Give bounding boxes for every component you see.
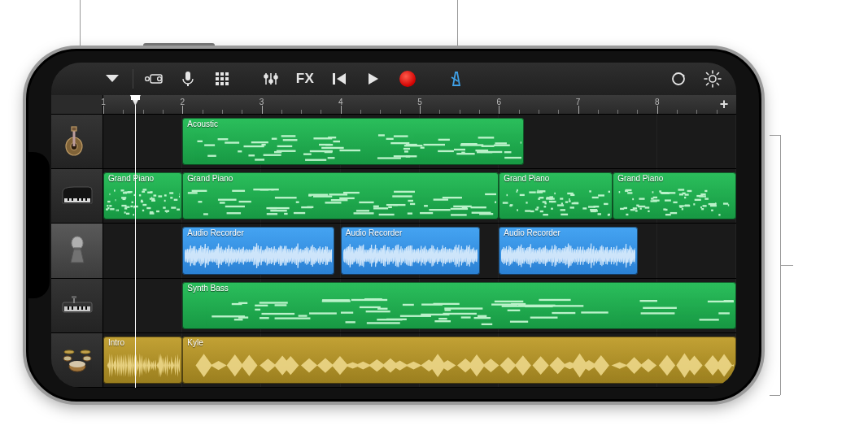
- svg-rect-127: [164, 194, 167, 196]
- svg-rect-52: [72, 296, 76, 298]
- svg-rect-417: [530, 316, 558, 318]
- svg-rect-346: [619, 191, 621, 193]
- svg-rect-67: [424, 144, 446, 146]
- svg-rect-347: [684, 197, 686, 198]
- svg-rect-168: [106, 209, 108, 211]
- loop-button[interactable]: [663, 67, 694, 91]
- rewind-button[interactable]: [324, 67, 355, 91]
- svg-rect-261: [608, 191, 610, 193]
- svg-rect-266: [503, 202, 508, 204]
- svg-rect-221: [188, 192, 198, 193]
- svg-rect-128: [147, 192, 152, 193]
- svg-rect-6: [220, 72, 224, 76]
- svg-rect-289: [592, 211, 598, 212]
- region-grand-piano-2[interactable]: Grand Piano: [499, 172, 613, 219]
- track-header-synth-bass[interactable]: [51, 279, 103, 333]
- svg-rect-70: [494, 145, 510, 146]
- svg-rect-141: [153, 195, 156, 197]
- svg-rect-329: [705, 198, 709, 200]
- svg-point-17: [269, 80, 273, 83]
- track-header-audio-recorder[interactable]: [51, 224, 103, 278]
- region-grand-piano-3[interactable]: Grand Piano: [613, 172, 736, 219]
- svg-rect-409: [322, 299, 350, 301]
- grid-button[interactable]: [207, 67, 238, 91]
- svg-rect-86: [328, 157, 335, 159]
- svg-rect-206: [267, 213, 277, 215]
- track-lane-audio-recorder[interactable]: Audio RecorderAudio RecorderAudio Record…: [103, 224, 736, 278]
- svg-point-0: [146, 77, 150, 81]
- region-drums-1[interactable]: Kyle: [182, 337, 736, 384]
- track-header-drums[interactable]: [51, 333, 103, 388]
- timeline[interactable]: + 12345678 AcousticGrand PianoGrand Pian…: [103, 95, 736, 388]
- toolbar-divider: [133, 69, 133, 89]
- svg-rect-105: [207, 155, 216, 157]
- svg-rect-401: [539, 298, 571, 300]
- svg-rect-82: [262, 144, 266, 146]
- region-audio-recorder-1[interactable]: Audio Recorder: [341, 227, 480, 274]
- add-section-button[interactable]: +: [717, 97, 731, 111]
- svg-rect-11: [216, 82, 219, 85]
- browser-button[interactable]: [138, 67, 169, 91]
- svg-rect-314: [645, 206, 650, 208]
- settings-button[interactable]: [697, 67, 728, 91]
- svg-rect-371: [435, 320, 451, 322]
- svg-rect-93: [394, 135, 408, 137]
- svg-rect-200: [479, 213, 493, 215]
- drums-icon: [61, 347, 94, 373]
- region-audio-recorder-0[interactable]: Audio Recorder: [182, 227, 334, 274]
- svg-rect-104: [438, 139, 450, 141]
- svg-rect-87: [198, 141, 203, 142]
- ruler[interactable]: + 12345678: [103, 95, 736, 115]
- record-button[interactable]: [392, 67, 423, 91]
- region-audio-recorder-2[interactable]: Audio Recorder: [499, 227, 638, 274]
- svg-rect-199: [220, 202, 225, 203]
- region-label: Grand Piano: [187, 174, 233, 183]
- svg-rect-76: [274, 151, 281, 153]
- region-grand-piano-0[interactable]: Grand Piano: [103, 172, 182, 219]
- svg-rect-4: [187, 84, 189, 86]
- svg-rect-146: [180, 193, 181, 195]
- svg-rect-129: [142, 191, 145, 193]
- track-lane-grand-piano[interactable]: Grand PianoGrand PianoGrand PianoGrand P…: [103, 169, 736, 224]
- fx-button[interactable]: FX: [290, 67, 321, 91]
- svg-rect-172: [177, 209, 180, 211]
- svg-rect-353: [648, 211, 650, 212]
- svg-rect-246: [561, 214, 569, 215]
- svg-rect-404: [403, 303, 414, 305]
- track-lane-synth-bass[interactable]: Synth Bass: [103, 279, 736, 333]
- metronome-button[interactable]: [441, 67, 472, 91]
- mixer-button[interactable]: [255, 67, 286, 91]
- svg-rect-402: [643, 306, 677, 308]
- svg-rect-325: [694, 203, 696, 205]
- svg-rect-352: [685, 194, 689, 196]
- svg-rect-69: [283, 139, 298, 141]
- track-header-grand-piano[interactable]: [51, 169, 103, 224]
- region-label: Acoustic: [187, 119, 218, 128]
- svg-rect-108: [406, 155, 411, 157]
- svg-rect-41: [85, 198, 87, 201]
- svg-rect-211: [443, 197, 462, 198]
- svg-rect-75: [394, 155, 417, 157]
- region-synth-bass-0[interactable]: Synth Bass: [182, 282, 736, 329]
- svg-rect-276: [560, 198, 563, 200]
- svg-rect-407: [309, 312, 337, 314]
- svg-rect-341: [685, 205, 691, 206]
- svg-rect-245: [530, 192, 536, 193]
- svg-rect-187: [296, 202, 299, 203]
- region-grand-piano-1[interactable]: Grand Piano: [182, 172, 499, 219]
- track-header-acoustic[interactable]: [51, 115, 103, 169]
- svg-rect-219: [373, 207, 388, 209]
- svg-rect-290: [549, 201, 552, 202]
- region-acoustic-0[interactable]: Acoustic: [182, 118, 524, 165]
- region-drums-0[interactable]: Intro: [103, 337, 182, 384]
- svg-rect-406: [641, 312, 675, 314]
- svg-rect-142: [146, 207, 150, 209]
- svg-rect-375: [275, 304, 287, 306]
- svg-rect-35: [72, 127, 76, 131]
- view-menu-button[interactable]: [97, 67, 128, 91]
- microphone-button[interactable]: [172, 67, 203, 91]
- track-lane-acoustic[interactable]: Acoustic: [103, 115, 736, 169]
- svg-rect-195: [430, 209, 451, 211]
- track-lane-drums[interactable]: IntroKyle: [103, 333, 736, 388]
- play-button[interactable]: [358, 67, 389, 91]
